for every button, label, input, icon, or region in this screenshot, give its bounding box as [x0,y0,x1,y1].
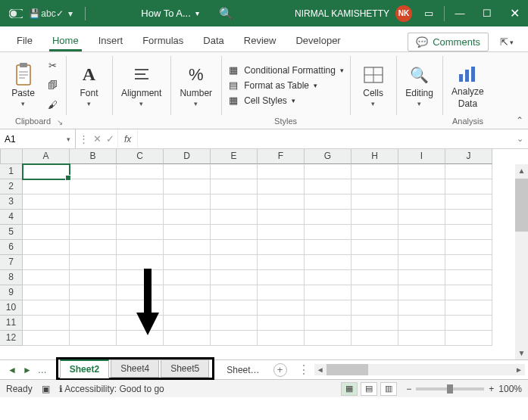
cells-area[interactable] [23,164,492,346]
cell[interactable] [445,300,492,316]
cell[interactable] [351,164,398,179]
cell[interactable] [445,179,492,194]
cell[interactable] [70,255,117,270]
sheet-nav-prev-icon[interactable]: ◄ [8,365,17,375]
cell[interactable] [117,164,164,179]
format-painter-icon[interactable]: 🖌 [45,98,60,113]
cell[interactable] [305,316,351,331]
cell[interactable] [211,316,258,331]
cell[interactable] [258,164,305,179]
cell[interactable] [351,255,398,270]
cell[interactable] [164,179,211,194]
cell[interactable] [23,300,70,316]
cell[interactable] [23,164,70,179]
cell[interactable] [211,270,258,285]
col-header[interactable]: C [117,149,164,164]
cell[interactable] [23,331,70,346]
scroll-down-icon[interactable]: ▼ [515,347,528,359]
tab-review[interactable]: Review [235,30,286,51]
vertical-scrollbar[interactable]: ▲ ▼ [515,164,528,359]
copy-icon[interactable]: 🗐 [45,78,60,93]
col-header[interactable]: F [258,149,305,164]
cell[interactable] [164,285,211,300]
cell[interactable] [258,210,305,225]
avatar[interactable]: NK [395,5,412,22]
search-icon[interactable]: 🔍 [219,7,233,20]
cell[interactable] [258,285,305,300]
ribbon-display-options-icon[interactable]: ▭ [415,3,442,24]
cell[interactable] [398,255,445,270]
row-header[interactable]: 7 [0,255,23,270]
scroll-left-icon[interactable]: ◄ [314,366,326,374]
cell[interactable] [398,270,445,285]
share-button[interactable]: ⇱▾ [495,33,519,51]
user-area[interactable]: NIRMAL KAMISHETTY NK [295,5,412,22]
cell[interactable] [305,164,351,179]
horizontal-scrollbar[interactable]: ◄ ► [314,364,525,375]
cell[interactable] [398,179,445,194]
cell[interactable] [258,270,305,285]
row-header[interactable]: 12 [0,331,23,346]
row-header[interactable]: 6 [0,240,23,255]
col-header[interactable]: D [164,149,211,164]
row-header[interactable]: 8 [0,270,23,285]
cell[interactable] [445,331,492,346]
cell[interactable] [70,300,117,316]
zoom-slider[interactable] [416,387,484,390]
cell[interactable] [305,331,351,346]
cell[interactable] [445,255,492,270]
cell[interactable] [117,225,164,240]
cell[interactable] [70,179,117,194]
cell[interactable] [164,270,211,285]
cell[interactable] [70,164,117,179]
cell[interactable] [164,300,211,316]
cell[interactable] [70,316,117,331]
cell[interactable] [305,300,351,316]
cell[interactable] [211,300,258,316]
page-layout-view-icon[interactable]: ▤ [361,382,377,396]
cell[interactable] [70,210,117,225]
cell[interactable] [398,210,445,225]
cell[interactable] [305,210,351,225]
cell[interactable] [305,225,351,240]
cell[interactable] [351,194,398,210]
cell[interactable] [23,316,70,331]
name-box-dropdown-icon[interactable]: ▾ [67,135,70,143]
spellcheck-icon[interactable]: abc✓ [45,7,59,20]
col-header[interactable]: A [23,149,70,164]
new-sheet-button[interactable]: + [273,363,287,377]
cell[interactable] [351,225,398,240]
cell[interactable] [117,179,164,194]
cell[interactable] [164,255,211,270]
cell[interactable] [258,331,305,346]
sheet-tab[interactable]: Sheet5 [161,359,209,378]
font-button[interactable]: A Font ▾ [72,62,106,109]
col-header[interactable]: E [211,149,258,164]
cell[interactable] [164,210,211,225]
cell[interactable] [23,270,70,285]
cell[interactable] [211,225,258,240]
cell[interactable] [117,316,164,331]
cell[interactable] [305,194,351,210]
zoom-in-icon[interactable]: + [489,384,494,394]
cell[interactable] [398,164,445,179]
cell[interactable] [164,164,211,179]
row-header[interactable]: 1 [0,164,23,179]
alignment-button[interactable]: Alignment ▾ [118,62,164,109]
comments-button[interactable]: 💬 Comments [408,33,489,51]
cell[interactable] [398,285,445,300]
cell[interactable] [351,179,398,194]
document-title-caret[interactable]: ▾ [195,9,199,17]
dialog-launcher-icon[interactable]: ↘ [57,118,63,126]
cell[interactable] [117,240,164,255]
cell[interactable] [398,300,445,316]
cell[interactable] [445,225,492,240]
sheet-tab[interactable]: Sheet2 [60,359,109,378]
cell[interactable] [23,179,70,194]
cell[interactable] [351,331,398,346]
cancel-formula-icon[interactable]: ✕ [93,133,102,145]
row-header[interactable]: 10 [0,300,23,316]
cell[interactable] [23,285,70,300]
sheet-nav-more-icon[interactable]: … [38,365,48,375]
cell[interactable] [258,316,305,331]
